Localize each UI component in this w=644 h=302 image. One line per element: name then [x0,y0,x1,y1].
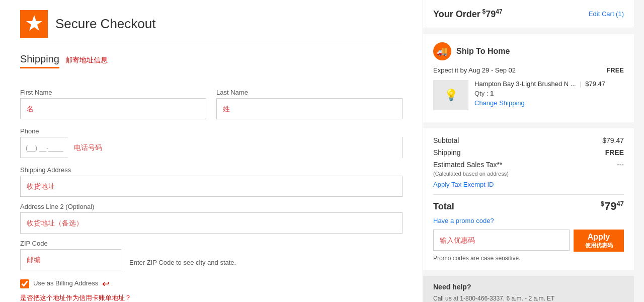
help-text: Call us at 1-800-466-3337, 6 a.m. - 2 a.… [433,294,624,302]
first-name-label: First Name [20,89,206,96]
phone-wrapper: (__) __-____ [20,137,403,158]
apply-button-label: Apply [588,233,610,242]
help-line1: Call us at 1-800-466-3337, 6 a.m. - 2 a.… [433,294,624,302]
shipping-section: 🚚 Ship To Home Expect it by Aug 29 - Sep… [423,34,634,122]
address-line2-group: Address Line 2 (Optional) [20,203,403,234]
billing-note: 是否把这个地址作为信用卡账单地址？ [20,293,403,302]
billing-checkbox[interactable] [20,279,29,288]
product-separator: | [580,80,583,88]
address-line2-input[interactable] [20,212,403,234]
phone-group: Phone (__) __-____ [20,127,403,158]
phone-input[interactable] [68,137,402,158]
phone-prefix: (__) __-____ [21,144,68,152]
tax-exempt-link[interactable]: Apply Tax Exempt ID [433,181,624,188]
subtotal-value: $79.47 [602,136,624,144]
ship-title: Ship To Home [456,47,510,56]
zip-row: Enter ZIP Code to see city and state. [20,249,403,270]
product-price: $79.47 [585,80,605,88]
zip-group [20,249,121,270]
logo-svg [23,13,45,35]
phone-label: Phone [20,127,403,135]
help-title: Need help? [433,283,624,291]
product-img-icon: 💡 [444,89,458,102]
last-name-group: Last Name [216,89,403,119]
billing-checkbox-label: Use as Billing Address [33,279,98,287]
zip-section: ZIP Code Enter ZIP Code to see city and … [20,240,403,270]
promo-input[interactable] [433,230,570,251]
name-row: First Name Last Name [20,89,403,119]
zip-label: ZIP Code [20,240,403,247]
change-shipping-link[interactable]: Change Shipping [474,99,624,107]
order-title-group: Your Order $7947 [433,8,503,20]
product-image: 💡 [433,80,468,110]
first-name-group: First Name [20,89,206,119]
section-subtitle: 邮寄地址信息 [65,56,108,64]
summary-section: Subtotal $79.47 Shipping FREE Estimated … [423,128,634,270]
product-name-price: Hampton Bay 3-Light Brushed N ... | $79.… [474,80,624,88]
address-line1-group: Shipping Address [20,166,403,197]
tax-note: (Calculated based on address) [433,171,624,177]
apply-button[interactable]: Apply 使用优惠码 [574,230,624,252]
ship-icon: 🚚 [433,42,451,60]
promo-note: Promo codes are case sensitive. [433,255,624,262]
shipping-row: Shipping FREE [433,148,624,157]
shipping-label: Shipping [433,148,461,157]
left-panel: Secure Checkout Shipping 邮寄地址信息 First Na… [0,0,423,302]
ship-expect-row: Expect it by Aug 29 - Sep 02 FREE [433,66,624,74]
address-line2-label: Address Line 2 (Optional) [20,203,403,210]
order-amount: $7947 [482,9,503,19]
last-name-input[interactable] [216,98,403,119]
zip-input[interactable] [20,249,121,270]
home-depot-logo [20,10,48,38]
promo-note-text: Promo codes are case sensitive. [433,255,520,262]
right-panel: Your Order $7947 Edit Cart (1) 🚚 Ship To… [423,0,634,302]
tax-row: Estimated Sales Tax** --- [433,161,624,169]
total-row: Total $7947 [433,200,624,213]
total-label: Total [433,201,454,212]
shipping-value: FREE [605,148,624,157]
first-name-input[interactable] [20,98,206,119]
arrow-icon: ↩ [102,278,110,289]
tax-value: --- [617,161,624,169]
expect-label: Expect it by Aug 29 - Sep 02 [433,66,516,74]
edit-cart-link[interactable]: Edit Cart (1) [589,10,624,18]
page-header: Secure Checkout [20,10,403,43]
product-qty: Qty : 1 [474,90,624,97]
apply-button-sublabel: 使用优惠码 [585,242,613,249]
tax-label: Estimated Sales Tax** [433,161,502,169]
subtotal-label: Subtotal [433,136,459,144]
address-line1-input[interactable] [20,176,403,197]
promo-row: Apply 使用优惠码 [433,230,624,252]
order-header: Your Order $7947 Edit Cart (1) [423,0,634,28]
divider [433,194,624,195]
help-section: Need help? Call us at 1-800-466-3337, 6 … [423,276,634,302]
product-name: Hampton Bay 3-Light Brushed N ... [474,80,576,88]
zip-hint: Enter ZIP Code to see city and state. [129,259,236,270]
product-info: Hampton Bay 3-Light Brushed N ... | $79.… [474,80,624,110]
order-title: Your Order [433,9,480,19]
section-title: Shipping [20,53,59,68]
product-row: 💡 Hampton Bay 3-Light Brushed N ... | $7… [433,80,624,110]
ship-to-home-header: 🚚 Ship To Home [433,42,624,60]
promo-link[interactable]: Have a promo code? [433,217,624,224]
billing-checkbox-row: Use as Billing Address ↩ [20,278,403,289]
address-label: Shipping Address [20,166,403,174]
expect-value: FREE [606,66,624,74]
last-name-label: Last Name [216,89,403,96]
site-title: Secure Checkout [55,16,155,32]
subtotal-row: Subtotal $79.47 [433,136,624,144]
total-amount: $7947 [601,200,624,213]
